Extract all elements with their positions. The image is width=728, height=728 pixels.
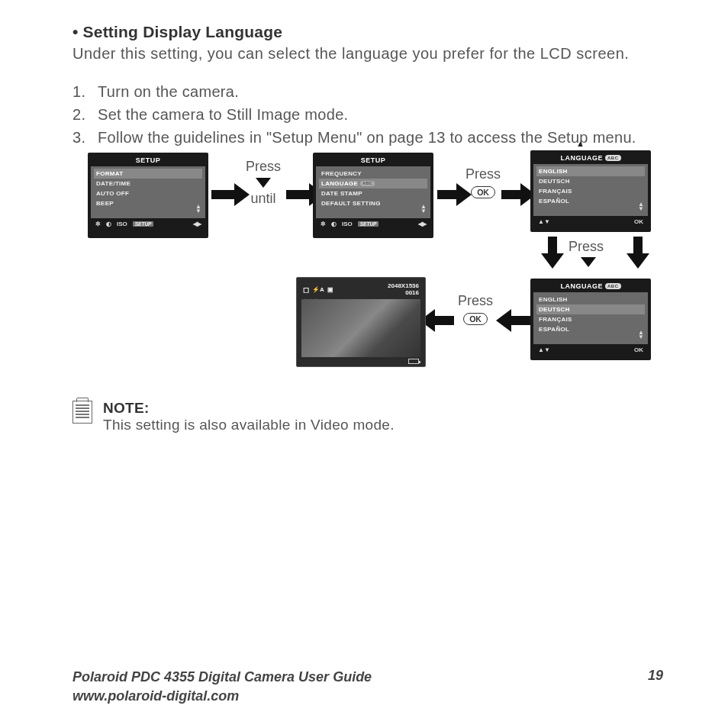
step-num: 2. — [72, 104, 98, 125]
footer-guide-title: Polaroid PDC 4355 Digital Camera User Gu… — [72, 669, 372, 685]
press-label: Press — [569, 239, 604, 267]
arrow-down-icon — [627, 237, 649, 269]
brightness-icon: ✲ — [321, 221, 326, 227]
menu-row: ENGLISH — [536, 295, 645, 304]
battery-icon — [408, 359, 419, 364]
lcd-language-1: LANGUAGE ABC ENGLISH DEUTSCH FRANÇAIS ES… — [530, 150, 651, 232]
menu-row: FRANÇAIS — [536, 186, 645, 196]
camera-icon: ◻ — [303, 285, 309, 294]
menu-row: BEEP — [94, 198, 202, 208]
footer-url: www.polaroid-digital.com — [72, 688, 239, 704]
section-heading: • Setting Display Language — [72, 23, 663, 41]
menu-row: DEUTSCH — [536, 304, 645, 314]
updown-small-icon: ▲▼ — [538, 218, 550, 225]
triangle-down-icon — [256, 178, 271, 188]
menu-row: DEFAULT SETTING — [319, 198, 427, 208]
lcd-setup-1: SETUP FORMAT DATE/TIME AUTO OFF BEEP ▲▼ … — [88, 153, 208, 238]
step-num: 3. — [72, 127, 98, 148]
menu-row: DATE/TIME — [94, 179, 202, 188]
updown-icon: ▲▼ — [420, 205, 427, 214]
menu-row: ENGLISH — [536, 166, 645, 176]
menu-row: FREQUENCY — [319, 169, 427, 179]
menu-row: DEUTSCH — [536, 176, 645, 186]
ok-label: OK — [634, 346, 643, 353]
iso-icon: ISO — [117, 221, 127, 227]
menu-row: FRANÇAIS — [536, 314, 645, 324]
section-intro: Under this setting, you can select the l… — [72, 43, 663, 64]
photo-preview — [301, 299, 420, 357]
counter-label: 0016 — [388, 289, 419, 296]
step-num: 1. — [72, 81, 98, 102]
step-text: Set the camera to Still Image mode. — [98, 104, 663, 125]
leftright-icon: ◀▶ — [193, 221, 201, 227]
updown-icon: ▲▼ — [638, 202, 644, 211]
abc-badge: ABC — [360, 181, 375, 186]
triangle-down-icon — [581, 257, 596, 267]
ok-button-icon: OK — [463, 313, 488, 325]
note-block: NOTE: This setting is also available in … — [72, 400, 663, 433]
setup-tab: SETUP — [358, 221, 379, 227]
note-body: This setting is also available in Video … — [103, 417, 395, 433]
lcd-setup-2: SETUP FREQUENCY LANGUAGE ABC DATE STAMP … — [313, 153, 433, 238]
updown-small-icon: ▲▼ — [538, 346, 550, 353]
press-down-until: Press until — [237, 159, 290, 207]
metering-icon: ▣ — [327, 286, 333, 293]
menu-row: DATE STAMP — [319, 188, 427, 198]
step-text: Turn on the camera. — [98, 81, 663, 102]
contrast-icon: ◐ — [106, 221, 111, 227]
page-number: 19 — [648, 668, 663, 705]
setup-tab: SETUP — [133, 221, 154, 227]
menu-row: AUTO OFF — [94, 188, 202, 198]
menu-row: ESPAÑOL — [536, 324, 645, 334]
press-ok: Press OK — [460, 166, 506, 199]
ok-label: OK — [634, 218, 643, 225]
lcd-title: SETUP — [316, 156, 430, 166]
lcd-title: LANGUAGE ABC — [533, 282, 648, 292]
resolution-label: 2048X1536 — [388, 282, 419, 289]
contrast-icon: ◐ — [331, 221, 337, 227]
brightness-icon: ✲ — [95, 221, 101, 227]
press-ok: Press OK — [453, 293, 498, 326]
step-list: 1.Turn on the camera. 2.Set the camera t… — [72, 81, 663, 148]
lcd-language-2: LANGUAGE ABC ENGLISH DEUTSCH FRANÇAIS ES… — [530, 279, 651, 360]
page-footer: Polaroid PDC 4355 Digital Camera User Gu… — [72, 668, 663, 705]
menu-row: ESPAÑOL — [536, 196, 645, 206]
iso-icon: ISO — [342, 221, 353, 227]
menu-row: FORMAT — [94, 169, 202, 179]
updown-icon: ▲▼ — [195, 205, 201, 214]
lcd-title: LANGUAGE ABC — [533, 153, 648, 164]
notepad-icon — [72, 401, 92, 424]
updown-icon: ▲▼ — [638, 330, 644, 340]
lcd-capture-screen: ◻ ⚡A ▣ 2048X1536 0016 ★★★ — [296, 277, 426, 367]
flash-auto-icon: ⚡A — [312, 286, 324, 293]
ok-button-icon: OK — [471, 186, 495, 198]
abc-badge: ABC — [605, 283, 621, 289]
note-label: NOTE: — [103, 400, 395, 417]
arrow-left-icon — [496, 309, 530, 332]
abc-badge: ABC — [605, 155, 621, 161]
workflow-diagram: SETUP FORMAT DATE/TIME AUTO OFF BEEP ▲▼ … — [72, 153, 663, 397]
menu-row: LANGUAGE ABC — [319, 179, 427, 188]
leftright-icon: ◀▶ — [418, 221, 426, 227]
lcd-title: SETUP — [91, 156, 205, 166]
arrow-down-icon — [541, 237, 564, 269]
triangle-up-icon: ▲ — [576, 139, 585, 148]
